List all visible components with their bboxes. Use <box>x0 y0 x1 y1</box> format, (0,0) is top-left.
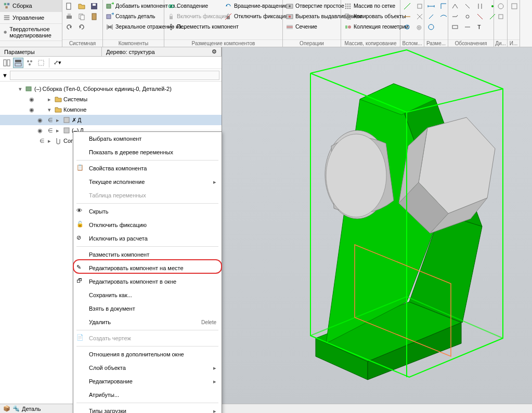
cut-extrude-button[interactable]: Вырезать выдавливанием <box>284 11 340 22</box>
pane-tab-parameters[interactable]: Параметры <box>0 47 102 56</box>
ann-btn2[interactable] <box>449 11 461 22</box>
ctx-exclude-calc[interactable]: ⊘Исключить из расчета <box>73 232 222 245</box>
ctx-attributes[interactable]: Атрибуты... <box>73 388 222 402</box>
ann-btn4[interactable] <box>462 1 473 11</box>
ctx-save-as[interactable]: Сохранить как... <box>73 288 222 302</box>
save-button[interactable] <box>88 1 100 11</box>
bottom-tab-label[interactable]: Деталь <box>22 406 41 412</box>
toolbar-btn2[interactable] <box>13 58 23 68</box>
svg-point-39 <box>345 8 347 9</box>
print-button[interactable] <box>63 11 75 22</box>
tree-part1[interactable]: ◉∈ ▸ ✗ Д <box>0 115 222 125</box>
toolbar-expand-button[interactable]: ⤢▾ <box>52 58 62 68</box>
ann-btn3[interactable] <box>449 22 461 32</box>
ctx-take-to-doc[interactable]: Взять в документ <box>73 302 222 315</box>
ann-btn6[interactable] <box>462 22 473 32</box>
open-file-button[interactable] <box>76 1 87 11</box>
ctx-edit-in-window[interactable]: 🗗Редактировать компонент в окне <box>73 275 222 288</box>
part-tab-icon[interactable]: 🔩 <box>12 405 20 412</box>
add-component-button[interactable]: +Добавить компонент из... <box>104 1 163 11</box>
copy-objects-button[interactable]: Копировать объекты <box>342 11 399 22</box>
3d-viewport[interactable] <box>222 47 532 404</box>
pane-tab-tree[interactable]: Дерево: структура ⚙ <box>102 47 222 56</box>
ann-btn1[interactable] <box>449 1 461 11</box>
ctx-hide[interactable]: 👁Скрыть <box>73 205 222 218</box>
toolbar-btn4[interactable] <box>36 58 46 68</box>
dim-btn1[interactable] <box>425 1 437 11</box>
tree-systems[interactable]: ◉ ▸ Системы <box>0 94 222 104</box>
ann-btn5[interactable] <box>462 11 473 22</box>
tab-assembly[interactable]: Сборка <box>0 0 62 12</box>
diag-btn2[interactable] <box>495 11 507 22</box>
ann-btn8[interactable] <box>474 11 486 22</box>
tab-solid-modeling[interactable]: Твердотельное моделирование <box>0 24 62 41</box>
svg-point-45 <box>348 25 351 29</box>
visibility-icon[interactable]: ◉ <box>35 127 45 134</box>
new-file-button[interactable] <box>63 1 75 11</box>
ann-btn7[interactable] <box>474 1 486 11</box>
ctx-editing[interactable]: Редактирование▸ <box>73 375 222 388</box>
diag-btn1[interactable] <box>495 1 507 11</box>
tree-root[interactable]: ▾ (–) Сборка (Тел-0, Сборочных единиц-0,… <box>0 84 222 94</box>
svg-point-34 <box>347 4 349 5</box>
copy-button[interactable] <box>76 11 87 22</box>
grid-array-button[interactable]: Массив по сетке <box>342 1 399 11</box>
svg-point-54 <box>491 5 494 7</box>
ctx-var-table[interactable]: Таблица переменных <box>73 189 222 202</box>
ins-btn[interactable] <box>509 1 520 11</box>
aux-btn4[interactable] <box>414 1 425 11</box>
ann-btn9[interactable]: T <box>474 22 486 32</box>
aux-btn6[interactable]: ◎ <box>414 22 425 32</box>
svg-text:◎: ◎ <box>417 24 422 30</box>
ctx-relations-window[interactable]: Отношения в дополнительном окне <box>73 348 222 361</box>
enable-fix-button[interactable]: Включить фиксацию <box>165 11 222 22</box>
ctx-object-layer[interactable]: Слой объекта▸ <box>73 361 222 375</box>
tree-components-folder[interactable]: ◉ ▾ Компоне <box>0 104 222 115</box>
match-button[interactable]: Совпадение <box>165 1 222 11</box>
create-part-button[interactable]: +Создать деталь <box>104 11 163 22</box>
dim-btn2[interactable] <box>425 11 437 22</box>
ctx-component-props[interactable]: 📋Свойства компонента <box>73 162 222 175</box>
ctx-delete[interactable]: УдалитьDelete <box>73 315 222 329</box>
ctx-load-types[interactable]: Типы загрузки▸ <box>73 404 222 413</box>
visibility-icon[interactable]: ◉ <box>35 117 45 124</box>
section-button[interactable]: Сечение <box>284 22 340 32</box>
gear-icon[interactable]: ⚙ <box>212 48 217 55</box>
search-input[interactable] <box>10 71 219 80</box>
ctx-disable-fix[interactable]: 🔓Отключить фиксацию <box>73 218 222 232</box>
aux-btn3[interactable] <box>401 22 413 32</box>
ctx-edit-in-place[interactable]: ✎Редактировать компонент на месте <box>73 261 222 275</box>
move-component-button[interactable]: Переместить компонент <box>165 22 222 32</box>
geometry-collection-button[interactable]: Коллекция геометрии <box>342 22 399 32</box>
redo-button[interactable] <box>76 22 87 32</box>
include-icon[interactable]: ∈ <box>46 117 55 124</box>
assembly-tab-icon[interactable]: 📦 <box>3 405 10 412</box>
visibility-icon[interactable]: ◉ <box>27 96 36 103</box>
ribbon-group-system-label: Системная <box>62 39 102 47</box>
svg-rect-15 <box>93 4 96 6</box>
dim-btn3[interactable] <box>425 22 437 32</box>
disable-fix-button[interactable]: Отключить фиксацию <box>223 11 282 22</box>
mirror-button[interactable]: Зеркальное отражение ко... <box>104 22 163 32</box>
ctx-select-component[interactable]: Выбрать компонент <box>73 132 222 145</box>
paste-button[interactable] <box>88 11 100 22</box>
ctx-show-var-tree[interactable]: Показать в дереве переменных <box>73 145 222 159</box>
include-icon[interactable]: ∈ <box>46 127 55 134</box>
aux-btn1[interactable] <box>401 1 413 11</box>
dim-btn4[interactable] <box>438 1 449 11</box>
hole-button[interactable]: Отверстие простое <box>284 1 340 11</box>
undo-button[interactable] <box>63 22 75 32</box>
aux-btn2[interactable] <box>401 11 413 22</box>
tab-management[interactable]: Управление <box>0 12 62 24</box>
toolbar-btn3[interactable] <box>24 58 35 68</box>
ctx-current-exec[interactable]: Текущее исполнение▸ <box>73 175 222 189</box>
ctx-create-drawing[interactable]: 📄Создать чертеж <box>73 331 222 345</box>
visibility-icon[interactable]: ◉ <box>27 106 36 113</box>
include-icon[interactable]: ∈ <box>37 138 47 144</box>
aux-btn5[interactable] <box>414 11 425 22</box>
dim-btn5[interactable] <box>438 11 449 22</box>
filter-icon[interactable]: ▼ <box>2 72 8 78</box>
rotate-button[interactable]: Вращение-вращение <box>223 1 282 11</box>
ctx-place-component[interactable]: Разместить компонент <box>73 248 222 261</box>
toolbar-btn1[interactable] <box>2 58 12 68</box>
